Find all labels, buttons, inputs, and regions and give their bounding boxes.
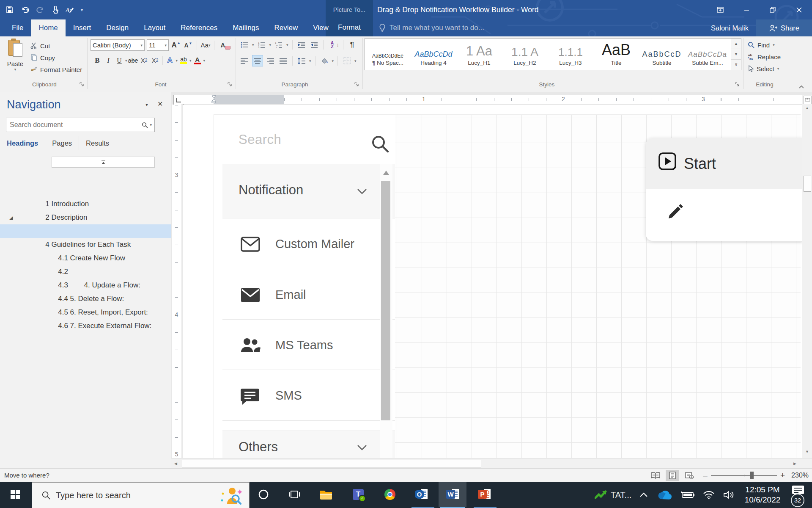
- increase-indent-button[interactable]: [309, 39, 319, 50]
- show-hidden-icons-chevron[interactable]: [639, 492, 648, 497]
- line-spacing-button[interactable]: [296, 55, 307, 66]
- align-right-button[interactable]: [266, 55, 276, 66]
- volume-icon[interactable]: [723, 491, 735, 499]
- select-button[interactable]: Select▾: [748, 63, 781, 75]
- share-button[interactable]: Share: [756, 19, 812, 36]
- collapse-ribbon-icon[interactable]: [798, 85, 804, 89]
- style-item[interactable]: 1.1.1 Lucy_H3: [548, 39, 593, 70]
- copy-button[interactable]: Copy: [30, 52, 82, 64]
- navigation-search-box[interactable]: ▾: [6, 118, 155, 132]
- word-button[interactable]: W: [441, 482, 464, 507]
- line-spacing-caret-icon[interactable]: ▾: [309, 59, 311, 63]
- multilevel-list-button[interactable]: 1ai: [274, 39, 284, 50]
- style-item[interactable]: AaBbCcDa Subtle Em...: [685, 39, 730, 70]
- ribbon-tab[interactable]: View: [305, 19, 336, 36]
- tell-me-box[interactable]: Tell me what you want to do...: [379, 19, 484, 36]
- read-mode-button[interactable]: [649, 470, 662, 481]
- start-node[interactable]: Start: [646, 138, 812, 241]
- action-center-button[interactable]: 32: [786, 482, 812, 508]
- notification-section-header[interactable]: Notification: [222, 164, 395, 218]
- numbering-caret-icon[interactable]: ▾: [269, 43, 272, 47]
- zoom-slider-thumb[interactable]: [750, 472, 754, 479]
- format-button[interactable]: A ▾: [65, 6, 72, 14]
- shading-caret-icon[interactable]: ▾: [332, 59, 334, 63]
- file-explorer-button[interactable]: [314, 482, 338, 507]
- palette-item-ms-teams[interactable]: MS Teams: [222, 319, 395, 370]
- style-item[interactable]: AaB Title: [593, 39, 639, 70]
- collapse-triangle-icon[interactable]: ◢: [9, 211, 13, 224]
- chrome-button[interactable]: [378, 482, 402, 507]
- indent-marker-icon[interactable]: [211, 95, 217, 103]
- shrink-font-button[interactable]: A▼: [183, 40, 193, 50]
- document-vertical-scrollbar[interactable]: ▲ ▼: [802, 95, 812, 458]
- grow-font-button[interactable]: A▲: [171, 40, 181, 50]
- undo-caret-icon[interactable]: ▾: [26, 8, 28, 12]
- save-icon[interactable]: [6, 6, 14, 14]
- ruler-toggle-button[interactable]: [804, 96, 812, 104]
- others-chevron-icon[interactable]: [356, 444, 368, 451]
- numbering-button[interactable]: 123: [257, 39, 267, 50]
- document-horizontal-scrollbar[interactable]: ◀ ▶: [171, 458, 812, 469]
- restore-down-button[interactable]: [760, 0, 786, 19]
- superscript-button[interactable]: X2: [150, 55, 160, 66]
- scroll-to-top-button[interactable]: [52, 157, 155, 168]
- signed-in-user[interactable]: Saloni Malik: [711, 19, 749, 36]
- font-color-caret-icon[interactable]: ▾: [203, 58, 206, 63]
- borders-caret-icon[interactable]: ▾: [354, 59, 357, 63]
- palette-item-email[interactable]: Email: [222, 269, 395, 320]
- powerpoint-button[interactable]: P: [472, 482, 496, 507]
- clipboard-dialog-launcher-icon[interactable]: [80, 82, 85, 87]
- bullets-button[interactable]: [239, 39, 250, 50]
- heading-item[interactable]: 4.2: [0, 238, 192, 251]
- nav-search-icon[interactable]: [142, 122, 148, 128]
- ribbon-tab[interactable]: Mailings: [225, 19, 266, 36]
- cortana-button[interactable]: [252, 482, 275, 507]
- palette-scroll-up-icon[interactable]: [383, 171, 389, 175]
- font-color-button[interactable]: A: [192, 55, 203, 66]
- tray-app-label[interactable]: TAT...: [611, 490, 634, 500]
- onedrive-icon[interactable]: [657, 490, 672, 500]
- heading-item[interactable]: ◢ 4 Guidelines for Each Task: [0, 211, 179, 224]
- heading-item[interactable]: 4.5 6. Reset, Import, Export:: [0, 279, 192, 292]
- strikethrough-button[interactable]: abe: [128, 55, 138, 66]
- styles-scroll-up-icon[interactable]: ▲: [731, 39, 741, 49]
- heading-item[interactable]: 3 Objective: [0, 197, 179, 211]
- ribbon-tab[interactable]: Design: [99, 19, 136, 36]
- navigation-search-input[interactable]: [6, 121, 140, 129]
- scroll-right-icon[interactable]: ▶: [793, 461, 796, 466]
- justify-button[interactable]: [278, 55, 288, 66]
- sort-button[interactable]: AZ: [327, 39, 337, 50]
- tray-app-icon[interactable]: [595, 489, 607, 500]
- vertical-ruler[interactable]: 3 4 5: [172, 105, 181, 466]
- scroll-down-icon[interactable]: ▼: [805, 450, 809, 454]
- font-size-combo[interactable]: 11▾: [147, 39, 169, 51]
- align-center-button[interactable]: [252, 55, 263, 66]
- nav-tab-pages[interactable]: Pages: [45, 136, 79, 150]
- styles-more-icon[interactable]: ⊽: [731, 60, 741, 70]
- scroll-up-icon[interactable]: ▲: [805, 106, 809, 110]
- workflow-builder-image[interactable]: Search Notification Custom Mailer Email: [214, 114, 801, 458]
- highlight-button[interactable]: ab: [178, 55, 189, 66]
- select-caret-icon[interactable]: ▾: [777, 66, 779, 71]
- style-item[interactable]: 1 Aa Lucy_H1: [456, 39, 502, 70]
- nav-tab-headings[interactable]: Headings: [0, 136, 45, 150]
- paste-caret-icon[interactable]: ▾: [3, 67, 27, 72]
- touch-mode-caret-icon[interactable]: ▾: [55, 8, 58, 12]
- edit-pencil-icon[interactable]: [666, 201, 686, 220]
- style-item[interactable]: 1.1 A Lucy_H2: [502, 39, 548, 70]
- paragraph-dialog-launcher-icon[interactable]: [354, 82, 359, 87]
- nav-search-caret-icon[interactable]: ▾: [150, 123, 152, 127]
- battery-icon[interactable]: [680, 491, 694, 499]
- align-left-button[interactable]: [239, 55, 250, 66]
- ribbon-tab[interactable]: Insert: [66, 19, 99, 36]
- zoom-out-button[interactable]: –: [703, 471, 708, 480]
- find-button[interactable]: Find▾: [748, 39, 781, 51]
- ribbon-tab[interactable]: Review: [267, 19, 306, 36]
- print-layout-button[interactable]: [666, 470, 679, 481]
- vertical-scrollbar-thumb[interactable]: [804, 176, 811, 192]
- zoom-slider[interactable]: [711, 475, 777, 476]
- change-case-button[interactable]: Aa▾: [200, 40, 211, 50]
- styles-scroll-down-icon[interactable]: ▼: [731, 49, 741, 60]
- taskbar-search-box[interactable]: Type here to search: [32, 482, 250, 508]
- builder-search-icon[interactable]: [370, 134, 390, 154]
